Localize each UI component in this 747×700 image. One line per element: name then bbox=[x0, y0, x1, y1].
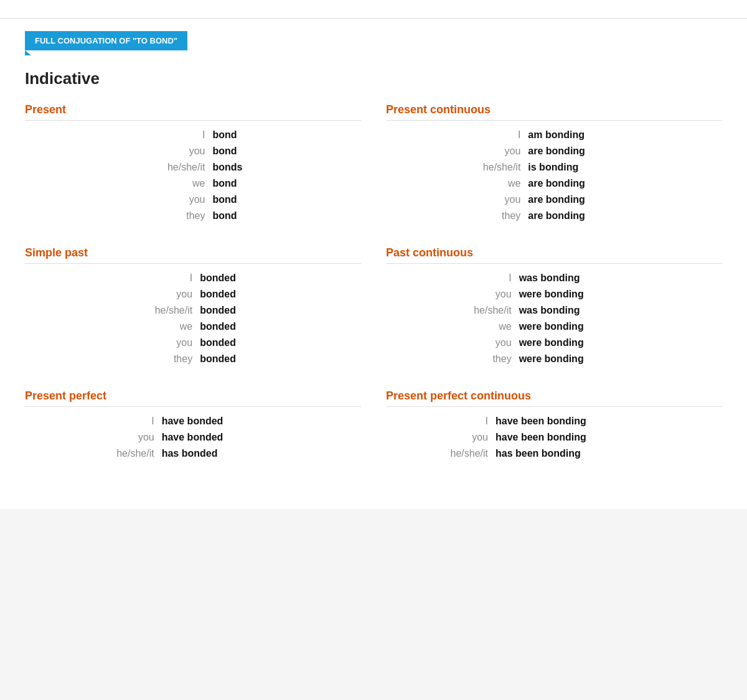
verb-form: are bonding bbox=[524, 143, 722, 159]
table-row: he/she/itbonded bbox=[25, 302, 361, 319]
tense-title-present: Present bbox=[25, 103, 361, 121]
table-row: youbond bbox=[25, 192, 361, 208]
table-row: Iam bonding bbox=[386, 127, 722, 143]
pronoun: he/she/it bbox=[386, 159, 524, 175]
verb-form: was bonding bbox=[515, 270, 722, 286]
verb-form: are bonding bbox=[524, 175, 722, 192]
verb-form: are bonding bbox=[524, 192, 722, 208]
pronoun: you bbox=[386, 335, 515, 351]
verb-form: bonded bbox=[196, 351, 361, 367]
verb-form: were bonding bbox=[515, 351, 722, 367]
banner-text: FULL CONJUGATION OF "TO BOND" bbox=[35, 36, 177, 45]
verb-form: bond bbox=[209, 175, 361, 192]
tense-block-simple-past: Simple past Ibondedyoubondedhe/she/itbon… bbox=[25, 246, 361, 367]
table-row: Iwas bonding bbox=[386, 270, 722, 286]
tense-block-present-perfect-continuous: Present perfect continuous Ihave been bo… bbox=[386, 390, 722, 462]
table-row: youare bonding bbox=[386, 143, 722, 159]
pronoun: we bbox=[25, 175, 209, 192]
tense-block-present-continuous: Present continuous Iam bondingyouare bon… bbox=[386, 103, 722, 224]
table-row: wewere bonding bbox=[386, 319, 722, 335]
tense-block-present: Present Ibondyoubondhe/she/itbondswebond… bbox=[25, 103, 361, 224]
table-row: he/she/ithas been bonding bbox=[386, 446, 722, 462]
verb-form: were bonding bbox=[515, 319, 722, 335]
pronoun: we bbox=[25, 319, 196, 335]
table-row: he/she/ithas bonded bbox=[25, 446, 361, 462]
pronoun: they bbox=[386, 351, 515, 367]
verb-form: bond bbox=[209, 208, 361, 224]
pronoun: you bbox=[25, 335, 196, 351]
tense-title-past-continuous: Past continuous bbox=[386, 246, 722, 264]
table-row: youbond bbox=[25, 143, 361, 159]
pronoun: he/she/it bbox=[25, 302, 196, 319]
table-row: he/she/itwas bonding bbox=[386, 302, 722, 319]
pronoun: I bbox=[386, 413, 492, 429]
table-row: theywere bonding bbox=[386, 351, 722, 367]
verb-form: have been bonding bbox=[492, 413, 722, 429]
table-row: Ihave been bonding bbox=[386, 413, 722, 429]
verb-form: bonded bbox=[196, 319, 361, 335]
verb-form: am bonding bbox=[524, 127, 722, 143]
verb-form: have been bonding bbox=[492, 429, 722, 446]
pronoun: he/she/it bbox=[386, 446, 492, 462]
pronoun: I bbox=[25, 270, 196, 286]
tense-title-present-perfect: Present perfect bbox=[25, 390, 361, 407]
verb-form: is bonding bbox=[524, 159, 722, 175]
table-row: theybond bbox=[25, 208, 361, 224]
pronoun: you bbox=[386, 143, 524, 159]
pronoun: they bbox=[386, 208, 524, 224]
table-row: theyare bonding bbox=[386, 208, 722, 224]
table-row: youhave bonded bbox=[25, 429, 361, 446]
pronoun: he/she/it bbox=[386, 302, 515, 319]
pronoun: I bbox=[386, 270, 515, 286]
tense-title-simple-past: Simple past bbox=[25, 246, 361, 264]
section-title: Indicative bbox=[25, 69, 722, 88]
pronoun: you bbox=[25, 429, 158, 446]
table-row: theybonded bbox=[25, 351, 361, 367]
verb-form: bonded bbox=[196, 270, 361, 286]
verb-form: bond bbox=[209, 192, 361, 208]
pronoun: they bbox=[25, 208, 209, 224]
verb-form: bonds bbox=[209, 159, 361, 175]
verb-form: was bonding bbox=[515, 302, 722, 319]
pronoun: you bbox=[25, 192, 209, 208]
pronoun: you bbox=[386, 286, 515, 302]
table-row: youwere bonding bbox=[386, 286, 722, 302]
verb-form: bonded bbox=[196, 335, 361, 351]
pronoun: you bbox=[25, 143, 209, 159]
table-row: Ibonded bbox=[25, 270, 361, 286]
table-row: he/she/itbonds bbox=[25, 159, 361, 175]
pronoun: you bbox=[386, 429, 492, 446]
verb-form: are bonding bbox=[524, 208, 722, 224]
table-row: youare bonding bbox=[386, 192, 722, 208]
pronoun: I bbox=[25, 413, 158, 429]
verb-form: have bonded bbox=[158, 429, 361, 446]
pronoun: they bbox=[25, 351, 196, 367]
table-row: he/she/itis bonding bbox=[386, 159, 722, 175]
pronoun: I bbox=[386, 127, 524, 143]
pronoun: I bbox=[25, 127, 209, 143]
tense-block-past-continuous: Past continuous Iwas bondingyouwere bond… bbox=[386, 246, 722, 367]
table-row: youbonded bbox=[25, 286, 361, 302]
table-row: youhave been bonding bbox=[386, 429, 722, 446]
table-row: Ibond bbox=[25, 127, 361, 143]
conjugation-grid: Present Ibondyoubondhe/she/itbondswebond… bbox=[25, 103, 722, 484]
pronoun: he/she/it bbox=[25, 446, 158, 462]
verb-form: bond bbox=[209, 127, 361, 143]
pronoun: he/she/it bbox=[25, 159, 209, 175]
pronoun: you bbox=[25, 286, 196, 302]
tense-title-present-continuous: Present continuous bbox=[386, 103, 722, 121]
verb-form: were bonding bbox=[515, 335, 722, 351]
verb-form: has been bonding bbox=[492, 446, 722, 462]
tense-title-present-perfect-continuous: Present perfect continuous bbox=[386, 390, 722, 407]
verb-form: bond bbox=[209, 143, 361, 159]
table-row: Ihave bonded bbox=[25, 413, 361, 429]
table-row: webonded bbox=[25, 319, 361, 335]
table-row: youbonded bbox=[25, 335, 361, 351]
table-row: weare bonding bbox=[386, 175, 722, 192]
banner: FULL CONJUGATION OF "TO BOND" bbox=[25, 31, 722, 69]
verb-form: bonded bbox=[196, 286, 361, 302]
tense-block-present-perfect: Present perfect Ihave bondedyouhave bond… bbox=[25, 390, 361, 462]
verb-form: bonded bbox=[196, 302, 361, 319]
table-row: youwere bonding bbox=[386, 335, 722, 351]
pronoun: we bbox=[386, 175, 524, 192]
